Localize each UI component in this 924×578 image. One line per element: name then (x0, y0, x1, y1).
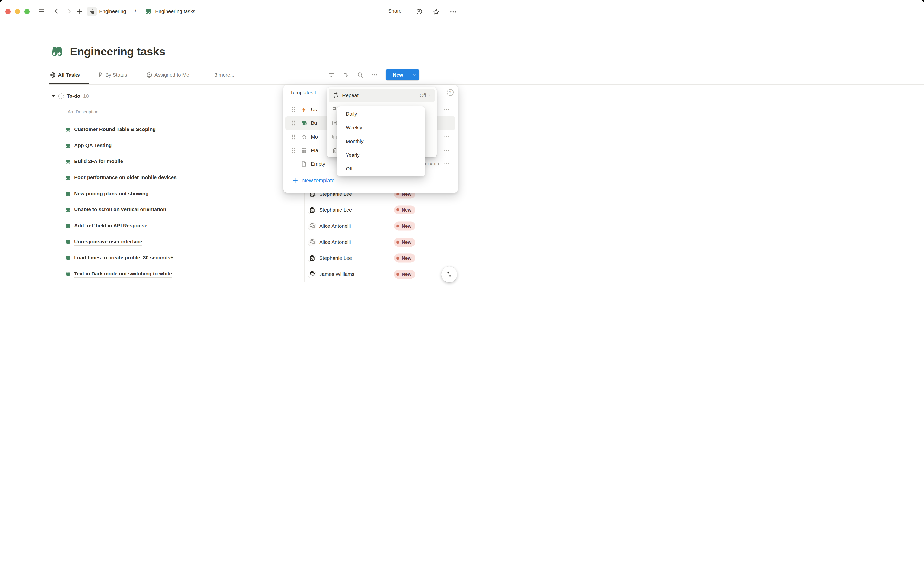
menu-icon[interactable] (39, 8, 45, 15)
tab-label: Assigned to Me (154, 72, 190, 78)
table-row[interactable]: Load times to create profile, 30 seconds… (37, 250, 462, 266)
task-title-cell[interactable]: Text in Dark mode not switching to white (65, 266, 172, 282)
zoom-window-button[interactable] (24, 9, 29, 14)
view-more-icon[interactable] (371, 72, 378, 78)
task-title[interactable]: New pricing plans not showing (74, 191, 149, 197)
status-badge[interactable]: New (394, 254, 415, 263)
table-row[interactable]: Add ‘ref’ field in API Response Alice An… (37, 218, 462, 234)
tab-more[interactable]: 3 more... (214, 71, 234, 78)
minimize-window-button[interactable] (15, 9, 20, 14)
binoculars-icon (65, 175, 71, 181)
status-badge[interactable]: New (394, 206, 415, 214)
task-title-cell[interactable]: Unable to scroll on vertical orientation (65, 202, 166, 218)
new-button[interactable]: New (386, 69, 420, 80)
clock-icon[interactable] (416, 8, 423, 15)
table-row[interactable]: Unable to scroll on vertical orientation… (37, 202, 462, 218)
dropdown-option-daily[interactable]: Daily (337, 107, 425, 121)
template-more-icon[interactable] (444, 120, 449, 126)
avatar (308, 270, 316, 278)
task-title[interactable]: Text in Dark mode not switching to white (74, 271, 172, 278)
task-title-cell[interactable]: App QA Testing (65, 138, 112, 154)
task-title-cell[interactable]: New pricing plans not showing (65, 186, 149, 202)
repeat-menu-item[interactable]: Repeat Off (329, 89, 435, 102)
dropdown-option-monthly[interactable]: Monthly (337, 135, 425, 148)
task-title[interactable]: Poor performance on older mobile devices (74, 175, 177, 181)
task-title[interactable]: Unable to scroll on vertical orientation (74, 206, 166, 213)
help-icon[interactable]: ? (447, 89, 454, 96)
back-icon[interactable] (53, 8, 60, 15)
binoculars-icon (144, 8, 152, 15)
search-icon[interactable] (357, 72, 363, 78)
task-title[interactable]: App QA Testing (74, 143, 112, 149)
new-page-icon[interactable] (76, 8, 83, 15)
task-title[interactable]: Add ‘ref’ field in API Response (74, 223, 147, 229)
dropdown-option-yearly[interactable]: Yearly (337, 148, 425, 162)
status-badge[interactable]: New (394, 222, 415, 231)
status-badge[interactable]: New (394, 238, 415, 247)
breadcrumb-page[interactable]: Engineering tasks (155, 8, 195, 14)
drag-handle-icon[interactable] (292, 106, 296, 113)
tabs-divider (49, 84, 462, 85)
column-header-description[interactable]: Aa Description (68, 109, 99, 115)
active-tab-underline (49, 83, 89, 84)
assignee-cell[interactable]: Alice Antonelli (308, 234, 351, 250)
assignee-cell[interactable]: James Williams (308, 266, 355, 282)
tab-assigned-to-me[interactable]: Assigned to Me (146, 71, 190, 78)
drag-handle-icon[interactable] (292, 134, 296, 140)
new-template-button[interactable]: New template (292, 177, 335, 183)
status-dot (396, 192, 399, 195)
assignee-cell[interactable]: Stephanie Lee (308, 250, 352, 266)
assignee-cell[interactable]: Stephanie Lee (308, 202, 352, 218)
chevron-down-icon[interactable] (410, 73, 420, 77)
group-header-todo[interactable]: To-do 18 (52, 93, 89, 100)
column-header-label: Description (76, 109, 99, 115)
lightning-icon (300, 106, 308, 113)
task-title-cell[interactable]: Unresponsive user interface (65, 234, 142, 250)
star-icon[interactable] (433, 8, 440, 15)
task-title[interactable]: Customer Round Table & Scoping (74, 127, 156, 133)
assignee-name: Alice Antonelli (319, 239, 351, 245)
sort-icon[interactable] (343, 72, 349, 78)
binoculars-icon (65, 271, 71, 277)
forward-icon[interactable] (66, 8, 72, 15)
table-row[interactable]: Unresponsive user interface Alice Antone… (37, 234, 462, 250)
template-name: Empty (311, 161, 325, 167)
more-icon[interactable] (449, 8, 457, 15)
template-more-icon[interactable] (444, 107, 449, 112)
template-more-icon[interactable] (444, 161, 449, 167)
task-title-cell[interactable]: Customer Round Table & Scoping (65, 122, 156, 138)
task-title-cell[interactable]: Build 2FA for mobile (65, 154, 123, 170)
status-badge[interactable]: New (394, 270, 415, 279)
task-title[interactable]: Unresponsive user interface (74, 239, 142, 245)
dropdown-option-weekly[interactable]: Weekly (337, 121, 425, 135)
filter-icon[interactable] (328, 72, 334, 78)
dropdown-option-off[interactable]: Off (337, 162, 425, 175)
task-title-cell[interactable]: Poor performance on older mobile devices (65, 170, 177, 186)
chevron-down-icon (428, 93, 431, 97)
template-more-icon[interactable] (444, 134, 449, 140)
template-name: Bu (311, 120, 317, 126)
close-window-button[interactable] (5, 9, 11, 14)
repeat-value: Off (420, 93, 426, 98)
drag-handle-icon[interactable] (292, 120, 296, 126)
tab-all-tasks[interactable]: All Tasks (50, 71, 80, 78)
task-title[interactable]: Load times to create profile, 30 seconds… (74, 255, 173, 261)
workspace-icon[interactable] (87, 7, 97, 16)
task-title-cell[interactable]: Add ‘ref’ field in API Response (65, 218, 147, 234)
share-button[interactable]: Share (388, 8, 402, 14)
collapse-triangle-icon[interactable] (52, 94, 55, 97)
drag-handle-icon[interactable] (292, 147, 296, 154)
binoculars-icon (65, 191, 71, 197)
page-icon-binoculars[interactable] (50, 45, 63, 58)
status-label: New (402, 239, 412, 245)
tab-by-status[interactable]: By Status (97, 71, 127, 78)
group-count: 18 (83, 93, 89, 99)
binoculars-icon (65, 143, 71, 149)
assignee-cell[interactable]: Alice Antonelli (308, 218, 351, 234)
template-more-icon[interactable] (444, 148, 449, 153)
breadcrumb-workspace[interactable]: Engineering (99, 8, 126, 14)
ai-sparkle-button[interactable] (441, 266, 457, 283)
table-row[interactable]: Text in Dark mode not switching to white… (37, 266, 462, 282)
task-title-cell[interactable]: Load times to create profile, 30 seconds… (65, 250, 173, 266)
task-title[interactable]: Build 2FA for mobile (74, 158, 123, 165)
